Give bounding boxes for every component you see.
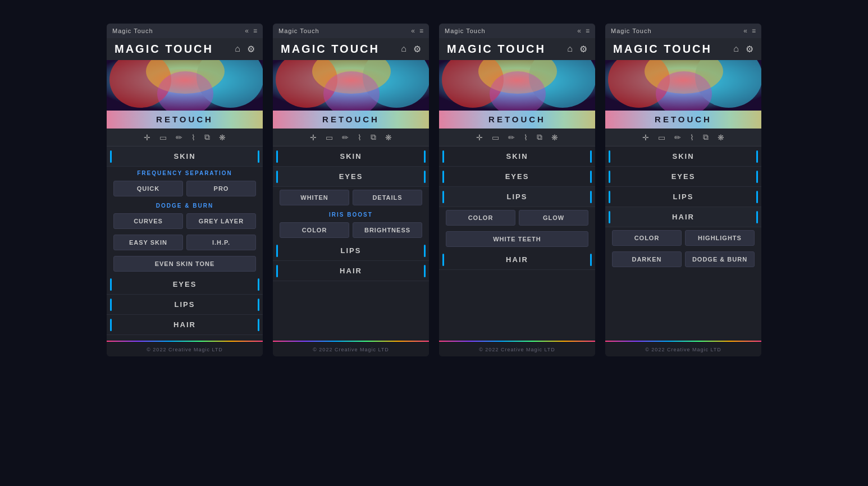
btn-even-skin-tone[interactable]: EVEN SKIN TONE xyxy=(113,256,256,272)
header-icons: ⌂ ⚙ xyxy=(733,44,753,54)
btn-pro[interactable]: PRO xyxy=(186,181,256,196)
indicator-right xyxy=(756,171,758,183)
btn-i-h-p-[interactable]: I.H.P. xyxy=(186,235,256,250)
section-skin[interactable]: SKIN xyxy=(273,146,429,167)
move-tool-icon[interactable]: ✛ xyxy=(144,133,150,142)
retouch-bar: RETOUCH xyxy=(605,111,761,129)
btn-color[interactable]: COLOR xyxy=(446,210,515,226)
collapse-icon[interactable]: « xyxy=(245,27,249,35)
section-hair[interactable]: HAIR xyxy=(107,315,263,335)
btn-brightness[interactable]: BRIGHTNESS xyxy=(353,222,422,238)
btn-quick[interactable]: QUICK xyxy=(113,181,183,196)
collapse-icon[interactable]: « xyxy=(577,27,581,35)
retouch-tool-icon[interactable]: ❋ xyxy=(551,133,558,142)
settings-icon[interactable]: ⚙ xyxy=(579,44,587,54)
layers-icon[interactable]: ⧉ xyxy=(204,132,210,142)
header-icons: ⌂ ⚙ xyxy=(235,44,255,54)
layers-icon[interactable]: ⧉ xyxy=(703,132,709,142)
section-eyes[interactable]: EYES xyxy=(107,274,263,295)
settings-icon[interactable]: ⚙ xyxy=(413,44,421,54)
btn-curves[interactable]: CURVES xyxy=(113,213,183,229)
collapse-icon[interactable]: « xyxy=(411,27,415,35)
pen-tool-icon[interactable]: ⌇ xyxy=(524,133,528,142)
home-icon[interactable]: ⌂ xyxy=(235,44,240,54)
section-eyes[interactable]: EYES xyxy=(439,167,595,187)
select-tool-icon[interactable]: ▭ xyxy=(658,133,665,142)
panel-4: Magic Touch « ≡ MAGIC TOUCH ⌂ ⚙ xyxy=(605,24,761,356)
section-label: LIPS xyxy=(281,246,421,255)
button-row: QUICKPRO xyxy=(107,178,263,199)
sub-label: FREQUENCY SEPARATION xyxy=(107,167,263,178)
btn-darken[interactable]: DARKEN xyxy=(612,251,682,267)
section-label: LIPS xyxy=(447,192,587,201)
brush-tool-icon[interactable]: ✏ xyxy=(342,133,349,142)
indicator-left xyxy=(609,150,610,163)
section-lips[interactable]: LIPS xyxy=(439,187,595,207)
retouch-tool-icon[interactable]: ❋ xyxy=(718,133,724,142)
section-skin[interactable]: SKIN xyxy=(107,146,263,167)
settings-icon[interactable]: ⚙ xyxy=(746,44,753,54)
section-eyes[interactable]: EYES xyxy=(273,167,429,187)
panel-1: Magic Touch « ≡ MAGIC TOUCH ⌂ ⚙ xyxy=(107,24,263,356)
home-icon[interactable]: ⌂ xyxy=(733,44,739,54)
btn-white-teeth[interactable]: WHITE TEETH xyxy=(446,231,588,247)
indicator-right xyxy=(424,265,426,277)
settings-icon[interactable]: ⚙ xyxy=(247,44,255,54)
section-hair[interactable]: HAIR xyxy=(439,250,595,270)
brush-tool-icon[interactable]: ✏ xyxy=(176,133,182,142)
move-tool-icon[interactable]: ✛ xyxy=(476,133,483,142)
section-hair[interactable]: HAIR xyxy=(605,207,761,227)
home-icon[interactable]: ⌂ xyxy=(567,44,573,54)
panels-container: Magic Touch « ≡ MAGIC TOUCH ⌂ ⚙ xyxy=(107,24,761,356)
retouch-tool-icon[interactable]: ❋ xyxy=(219,133,226,142)
panel-footer: © 2022 Creative Magic LTD xyxy=(439,340,595,356)
btn-highlights[interactable]: HIGHLIGHTS xyxy=(685,230,755,246)
button-row: WHITENDETAILS xyxy=(273,187,429,208)
indicator-left xyxy=(110,150,112,163)
section-lips[interactable]: LIPS xyxy=(273,241,429,261)
menu-icon[interactable]: ≡ xyxy=(253,27,257,35)
footer-text: © 2022 Creative Magic LTD xyxy=(479,347,555,352)
retouch-tool-icon[interactable]: ❋ xyxy=(385,133,392,142)
section-hair[interactable]: HAIR xyxy=(273,261,429,281)
tool-bar: ✛▭✏⌇⧉❋ xyxy=(273,129,429,146)
section-lips[interactable]: LIPS xyxy=(107,295,263,315)
section-label: EYES xyxy=(281,172,421,181)
menu-icon[interactable]: ≡ xyxy=(752,27,756,35)
btn-glow[interactable]: GLOW xyxy=(519,210,588,226)
select-tool-icon[interactable]: ▭ xyxy=(492,133,499,142)
select-tool-icon[interactable]: ▭ xyxy=(159,133,167,142)
select-tool-icon[interactable]: ▭ xyxy=(326,133,333,142)
brush-tool-icon[interactable]: ✏ xyxy=(508,133,515,142)
brush-tool-icon[interactable]: ✏ xyxy=(674,133,681,142)
panel-footer: © 2022 Creative Magic LTD xyxy=(273,340,429,356)
section-lips[interactable]: LIPS xyxy=(605,187,761,207)
pen-tool-icon[interactable]: ⌇ xyxy=(690,133,694,142)
layers-icon[interactable]: ⧉ xyxy=(371,132,376,142)
header-title: MAGIC TOUCH xyxy=(281,43,380,56)
home-icon[interactable]: ⌂ xyxy=(401,44,406,54)
section-skin[interactable]: SKIN xyxy=(605,146,761,167)
collapse-icon[interactable]: « xyxy=(743,27,747,35)
pen-tool-icon[interactable]: ⌇ xyxy=(358,133,362,142)
retouch-bar: RETOUCH xyxy=(107,111,263,129)
layers-icon[interactable]: ⧉ xyxy=(537,132,542,142)
section-skin[interactable]: SKIN xyxy=(439,146,595,167)
btn-color[interactable]: COLOR xyxy=(280,222,349,238)
button-row: CURVESGREY LAYER xyxy=(107,210,263,232)
move-tool-icon[interactable]: ✛ xyxy=(310,133,317,142)
btn-easy-skin[interactable]: EASY SKIN xyxy=(113,235,183,250)
btn-grey-layer[interactable]: GREY LAYER xyxy=(186,213,256,229)
indicator-left xyxy=(110,319,112,331)
section-eyes[interactable]: EYES xyxy=(605,167,761,187)
btn-color[interactable]: COLOR xyxy=(612,230,682,246)
move-tool-icon[interactable]: ✛ xyxy=(642,133,649,142)
panel-2: Magic Touch « ≡ MAGIC TOUCH ⌂ ⚙ xyxy=(273,24,429,356)
menu-icon[interactable]: ≡ xyxy=(586,27,590,35)
btn-details[interactable]: DETAILS xyxy=(353,190,422,205)
menu-icon[interactable]: ≡ xyxy=(419,27,423,35)
section-label: EYES xyxy=(115,280,255,288)
btn-dodge---burn[interactable]: DODGE & BURN xyxy=(685,251,755,267)
btn-whiten[interactable]: WHITEN xyxy=(280,190,349,205)
pen-tool-icon[interactable]: ⌇ xyxy=(191,133,195,142)
